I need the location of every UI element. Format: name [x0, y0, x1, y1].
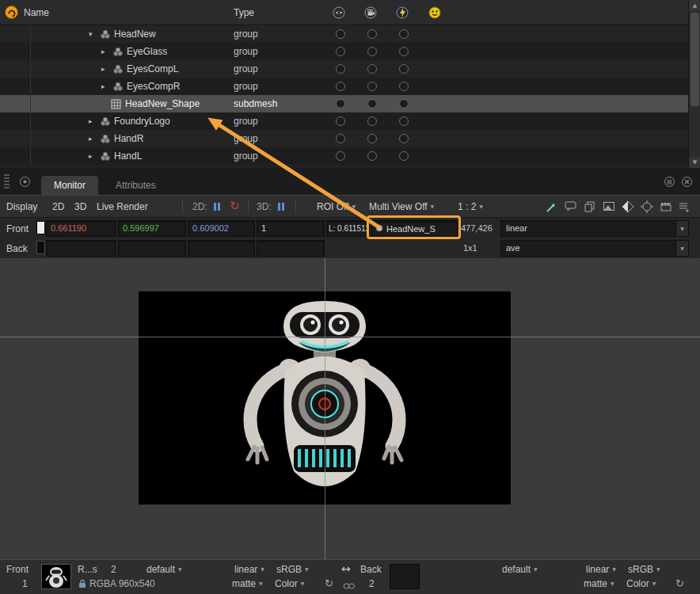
tab-attributes[interactable]: Attributes: [103, 176, 169, 195]
front-red-field[interactable]: 0.661190: [46, 220, 116, 237]
toggle-visibility[interactable]: [336, 99, 345, 109]
toggle-visibility[interactable]: [336, 64, 345, 74]
back-blue-field[interactable]: [188, 240, 255, 257]
mode-3d-button[interactable]: 3D: [74, 201, 86, 212]
toggle-lighting[interactable]: [399, 64, 409, 74]
toggle-lighting[interactable]: [399, 47, 409, 56]
front-color-dropdown[interactable]: Color: [275, 578, 304, 589]
tab-monitor[interactable]: Monitor: [41, 176, 98, 195]
front-display-dropdown[interactable]: sRGB: [276, 564, 309, 575]
back-filter-dropdown[interactable]: ave ▼: [500, 240, 689, 257]
expander-closed-icon[interactable]: ▸: [101, 65, 112, 73]
toggle-lighting[interactable]: [399, 82, 409, 91]
toggle-lighting[interactable]: [399, 29, 409, 39]
column-header-type[interactable]: Type: [234, 7, 254, 18]
live-render-menu[interactable]: Live Render: [97, 201, 148, 212]
table-row-headnew[interactable]: ▾ HeadNew group: [0, 25, 688, 43]
recycle-icon[interactable]: ↻: [675, 577, 684, 589]
back-color-dropdown[interactable]: Color: [626, 578, 656, 589]
toggle-visibility[interactable]: [336, 82, 345, 91]
image-overlay-icon[interactable]: [602, 200, 616, 214]
toggle-lighting[interactable]: [399, 99, 409, 109]
swap-buffers-icon[interactable]: ↔: [341, 562, 351, 575]
toggle-render[interactable]: [367, 116, 377, 126]
table-row-headnew-shape-selected[interactable]: HeadNew_Shape subdmesh: [0, 95, 688, 112]
back-buffer-thumbnail[interactable]: [390, 564, 420, 589]
ratio-dropdown[interactable]: 1 : 2: [458, 201, 483, 212]
front-blue-field[interactable]: 0.609002: [188, 220, 255, 237]
back-alpha-field[interactable]: [257, 240, 325, 257]
render-camera-icon[interactable]: [364, 6, 377, 21]
panel-target-icon[interactable]: [19, 176, 31, 188]
clapperboard-icon[interactable]: [659, 200, 673, 214]
display-menu[interactable]: Display: [6, 201, 37, 212]
multi-view-dropdown[interactable]: Multi View Off: [369, 201, 434, 212]
visibility-eye-icon[interactable]: [333, 6, 345, 21]
table-row-handl[interactable]: ▸ HandL group: [0, 147, 688, 165]
scroll-down-icon[interactable]: ▼: [689, 157, 700, 168]
toggle-render[interactable]: [367, 134, 377, 143]
scrollbar-thumb[interactable]: [690, 13, 699, 106]
front-matte-dropdown[interactable]: matte: [232, 578, 263, 589]
toggle-render[interactable]: [367, 29, 377, 39]
dropdown-caret-icon[interactable]: ▼: [675, 241, 688, 256]
table-row-eyeglass[interactable]: ▸ EyeGlass group: [0, 43, 688, 60]
recycle-icon[interactable]: ↻: [325, 577, 333, 589]
toggle-visibility[interactable]: [336, 151, 345, 161]
refresh-2d-icon[interactable]: ↻: [230, 199, 240, 213]
monitor-viewport[interactable]: [0, 258, 700, 559]
scroll-up-icon[interactable]: ▲: [689, 0, 700, 11]
column-header-name[interactable]: Name: [24, 7, 49, 18]
panel-menu-icon[interactable]: [664, 176, 675, 188]
expander-closed-icon[interactable]: ▸: [101, 82, 112, 90]
lightning-icon[interactable]: [396, 6, 409, 21]
back-matte-dropdown[interactable]: matte: [584, 578, 614, 589]
table-row-handr[interactable]: ▸ HandR group: [0, 130, 688, 147]
toggle-visibility[interactable]: [336, 116, 345, 126]
expander-open-icon[interactable]: ▾: [89, 30, 100, 38]
roi-dropdown[interactable]: ROI Off: [317, 201, 356, 212]
expander-closed-icon[interactable]: ▸: [89, 152, 100, 160]
crosshair-icon[interactable]: [640, 200, 654, 214]
toggle-render[interactable]: [367, 82, 377, 91]
copy-pages-icon[interactable]: [583, 200, 597, 214]
panel-grip-icon[interactable]: [4, 174, 10, 188]
toggle-visibility[interactable]: [336, 29, 345, 39]
expander-closed-icon[interactable]: ▸: [89, 135, 100, 143]
back-preset-dropdown[interactable]: default: [502, 564, 538, 575]
eyedropper-icon[interactable]: [545, 200, 559, 214]
toggle-visibility[interactable]: [336, 134, 345, 143]
back-green-field[interactable]: [118, 240, 186, 257]
dropdown-caret-icon[interactable]: ▼: [675, 221, 688, 236]
back-colorspace-dropdown[interactable]: linear: [586, 564, 616, 575]
front-alpha-field[interactable]: 1: [257, 220, 325, 237]
expander-closed-icon[interactable]: ▸: [101, 48, 112, 55]
expander-closed-icon[interactable]: ▸: [89, 117, 100, 125]
toggle-lighting[interactable]: [399, 151, 409, 161]
toggle-lighting[interactable]: [399, 134, 409, 143]
table-row-eyescompl[interactable]: ▸ EyesCompL group: [0, 60, 688, 78]
pause-3d-icon[interactable]: [278, 203, 284, 211]
toggle-visibility[interactable]: [336, 47, 345, 56]
toggle-render[interactable]: [367, 99, 377, 109]
toggle-render[interactable]: [367, 64, 377, 74]
split-diamond-icon[interactable]: [621, 200, 635, 214]
panel-close-icon[interactable]: [681, 176, 693, 188]
comment-bubble-icon[interactable]: [564, 200, 578, 214]
front-colorspace-dropdown[interactable]: linear: [234, 564, 264, 575]
table-row-eyescompr[interactable]: ▸ EyesCompR group: [0, 78, 688, 95]
front-preset-dropdown[interactable]: default: [146, 564, 182, 575]
front-green-field[interactable]: 0.596997: [118, 220, 186, 237]
front-node-field[interactable]: HeadNew_S: [371, 220, 458, 237]
front-buffer-thumbnail[interactable]: [41, 564, 71, 589]
toggle-lighting[interactable]: [399, 116, 409, 126]
toggle-render[interactable]: [367, 47, 377, 56]
link-chain-icon[interactable]: [343, 581, 356, 592]
front-channel-name[interactable]: R...s: [78, 564, 97, 575]
face-icon[interactable]: [428, 6, 441, 21]
toggle-render[interactable]: [367, 151, 377, 161]
pause-2d-icon[interactable]: [214, 203, 220, 211]
scene-graph-scrollbar[interactable]: ▲ ▼: [688, 0, 700, 168]
table-row-foundrylogo[interactable]: ▸ FoundryLogo group: [0, 112, 688, 130]
view-menu-icon[interactable]: [677, 200, 691, 214]
